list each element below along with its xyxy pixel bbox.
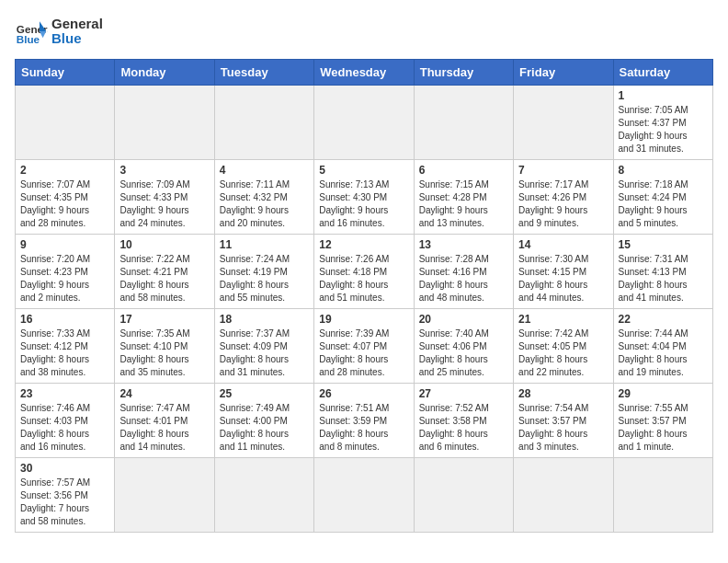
calendar-header-row: SundayMondayTuesdayWednesdayThursdayFrid… [16, 60, 713, 86]
day-info: Sunrise: 7:07 AM Sunset: 4:35 PM Dayligh… [20, 178, 109, 230]
day-number: 1 [619, 89, 708, 102]
week-row-3: 9Sunrise: 7:20 AM Sunset: 4:23 PM Daylig… [16, 235, 713, 309]
day-info: Sunrise: 7:24 AM Sunset: 4:19 PM Dayligh… [220, 253, 309, 304]
day-number: 28 [518, 387, 608, 400]
day-info: Sunrise: 7:22 AM Sunset: 4:21 PM Dayligh… [119, 253, 209, 304]
day-number: 4 [220, 164, 309, 177]
calendar-cell [214, 86, 313, 160]
column-header-saturday: Saturday [613, 60, 712, 86]
calendar-cell: 19Sunrise: 7:39 AM Sunset: 4:07 PM Dayli… [314, 309, 414, 384]
calendar-cell: 14Sunrise: 7:30 AM Sunset: 4:15 PM Dayli… [514, 235, 613, 309]
day-number: 14 [518, 238, 608, 251]
calendar-cell [115, 86, 214, 160]
column-header-friday: Friday [514, 60, 613, 86]
day-info: Sunrise: 7:57 AM Sunset: 3:56 PM Dayligh… [20, 477, 109, 528]
calendar-cell [16, 86, 115, 160]
calendar-cell [214, 458, 313, 533]
calendar-cell [314, 86, 414, 160]
day-number: 17 [119, 313, 209, 326]
calendar-cell: 12Sunrise: 7:26 AM Sunset: 4:18 PM Dayli… [314, 235, 414, 309]
calendar-cell: 29Sunrise: 7:55 AM Sunset: 3:57 PM Dayli… [613, 384, 712, 458]
calendar-table: SundayMondayTuesdayWednesdayThursdayFrid… [15, 59, 713, 533]
week-row-2: 2Sunrise: 7:07 AM Sunset: 4:35 PM Daylig… [16, 160, 713, 235]
calendar-cell [514, 458, 613, 533]
calendar-cell: 7Sunrise: 7:17 AM Sunset: 4:26 PM Daylig… [514, 160, 613, 235]
week-row-6: 30Sunrise: 7:57 AM Sunset: 3:56 PM Dayli… [16, 458, 713, 533]
day-info: Sunrise: 7:37 AM Sunset: 4:09 PM Dayligh… [220, 327, 309, 379]
day-number: 27 [419, 387, 508, 400]
day-number: 9 [20, 238, 109, 251]
day-info: Sunrise: 7:52 AM Sunset: 3:58 PM Dayligh… [419, 402, 508, 454]
day-number: 24 [119, 387, 209, 400]
day-info: Sunrise: 7:28 AM Sunset: 4:16 PM Dayligh… [419, 253, 508, 304]
calendar-cell: 8Sunrise: 7:18 AM Sunset: 4:24 PM Daylig… [613, 160, 712, 235]
column-header-sunday: Sunday [16, 60, 115, 86]
calendar-cell: 28Sunrise: 7:54 AM Sunset: 3:57 PM Dayli… [514, 384, 613, 458]
day-info: Sunrise: 7:18 AM Sunset: 4:24 PM Dayligh… [619, 178, 708, 230]
calendar-cell [613, 458, 712, 533]
calendar-cell: 25Sunrise: 7:49 AM Sunset: 4:00 PM Dayli… [214, 384, 313, 458]
column-header-monday: Monday [115, 60, 214, 86]
calendar-cell: 24Sunrise: 7:47 AM Sunset: 4:01 PM Dayli… [115, 384, 214, 458]
calendar-cell: 10Sunrise: 7:22 AM Sunset: 4:21 PM Dayli… [115, 235, 214, 309]
calendar-cell: 11Sunrise: 7:24 AM Sunset: 4:19 PM Dayli… [214, 235, 313, 309]
day-info: Sunrise: 7:51 AM Sunset: 3:59 PM Dayligh… [319, 402, 408, 454]
day-info: Sunrise: 7:13 AM Sunset: 4:30 PM Dayligh… [319, 178, 408, 230]
day-info: Sunrise: 7:39 AM Sunset: 4:07 PM Dayligh… [319, 327, 408, 379]
day-number: 10 [119, 238, 209, 251]
day-info: Sunrise: 7:15 AM Sunset: 4:28 PM Dayligh… [419, 178, 508, 230]
day-number: 5 [319, 164, 408, 177]
day-info: Sunrise: 7:11 AM Sunset: 4:32 PM Dayligh… [220, 178, 309, 230]
day-number: 23 [20, 387, 109, 400]
calendar-cell: 13Sunrise: 7:28 AM Sunset: 4:16 PM Dayli… [414, 235, 513, 309]
day-info: Sunrise: 7:49 AM Sunset: 4:00 PM Dayligh… [220, 402, 309, 454]
day-info: Sunrise: 7:35 AM Sunset: 4:10 PM Dayligh… [119, 327, 209, 379]
page-header: General Blue General Blue [15, 15, 713, 48]
calendar-cell [514, 86, 613, 160]
day-number: 12 [319, 238, 408, 251]
calendar-cell: 22Sunrise: 7:44 AM Sunset: 4:04 PM Dayli… [613, 309, 712, 384]
week-row-4: 16Sunrise: 7:33 AM Sunset: 4:12 PM Dayli… [16, 309, 713, 384]
svg-text:Blue: Blue [17, 33, 40, 45]
calendar-cell: 3Sunrise: 7:09 AM Sunset: 4:33 PM Daylig… [115, 160, 214, 235]
week-row-5: 23Sunrise: 7:46 AM Sunset: 4:03 PM Dayli… [16, 384, 713, 458]
calendar-cell: 20Sunrise: 7:40 AM Sunset: 4:06 PM Dayli… [414, 309, 513, 384]
day-number: 6 [419, 164, 508, 177]
day-info: Sunrise: 7:44 AM Sunset: 4:04 PM Dayligh… [619, 327, 708, 379]
week-row-1: 1Sunrise: 7:05 AM Sunset: 4:37 PM Daylig… [16, 86, 713, 160]
calendar-cell [414, 86, 513, 160]
logo: General Blue General Blue [15, 15, 103, 48]
calendar-cell: 1Sunrise: 7:05 AM Sunset: 4:37 PM Daylig… [613, 86, 712, 160]
day-info: Sunrise: 7:31 AM Sunset: 4:13 PM Dayligh… [619, 253, 708, 304]
day-number: 25 [220, 387, 309, 400]
day-info: Sunrise: 7:46 AM Sunset: 4:03 PM Dayligh… [20, 402, 109, 454]
day-number: 8 [619, 164, 708, 177]
calendar-cell: 15Sunrise: 7:31 AM Sunset: 4:13 PM Dayli… [613, 235, 712, 309]
day-number: 7 [518, 164, 608, 177]
logo-icon: General Blue [15, 15, 48, 48]
day-number: 26 [319, 387, 408, 400]
column-header-thursday: Thursday [414, 60, 513, 86]
day-info: Sunrise: 7:05 AM Sunset: 4:37 PM Dayligh… [619, 104, 708, 155]
calendar-cell: 4Sunrise: 7:11 AM Sunset: 4:32 PM Daylig… [214, 160, 313, 235]
calendar-cell: 26Sunrise: 7:51 AM Sunset: 3:59 PM Dayli… [314, 384, 414, 458]
day-info: Sunrise: 7:20 AM Sunset: 4:23 PM Dayligh… [20, 253, 109, 304]
calendar-cell [314, 458, 414, 533]
day-number: 11 [220, 238, 309, 251]
day-number: 22 [619, 313, 708, 326]
day-number: 2 [20, 164, 109, 177]
column-header-tuesday: Tuesday [214, 60, 313, 86]
calendar-cell: 18Sunrise: 7:37 AM Sunset: 4:09 PM Dayli… [214, 309, 313, 384]
day-info: Sunrise: 7:54 AM Sunset: 3:57 PM Dayligh… [518, 402, 608, 454]
calendar-cell: 17Sunrise: 7:35 AM Sunset: 4:10 PM Dayli… [115, 309, 214, 384]
day-number: 18 [220, 313, 309, 326]
calendar-cell: 6Sunrise: 7:15 AM Sunset: 4:28 PM Daylig… [414, 160, 513, 235]
day-number: 13 [419, 238, 508, 251]
logo-blue: Blue [51, 31, 103, 47]
calendar-cell: 5Sunrise: 7:13 AM Sunset: 4:30 PM Daylig… [314, 160, 414, 235]
day-info: Sunrise: 7:26 AM Sunset: 4:18 PM Dayligh… [319, 253, 408, 304]
day-number: 15 [619, 238, 708, 251]
calendar-cell: 9Sunrise: 7:20 AM Sunset: 4:23 PM Daylig… [16, 235, 115, 309]
day-number: 19 [319, 313, 408, 326]
day-number: 20 [419, 313, 508, 326]
